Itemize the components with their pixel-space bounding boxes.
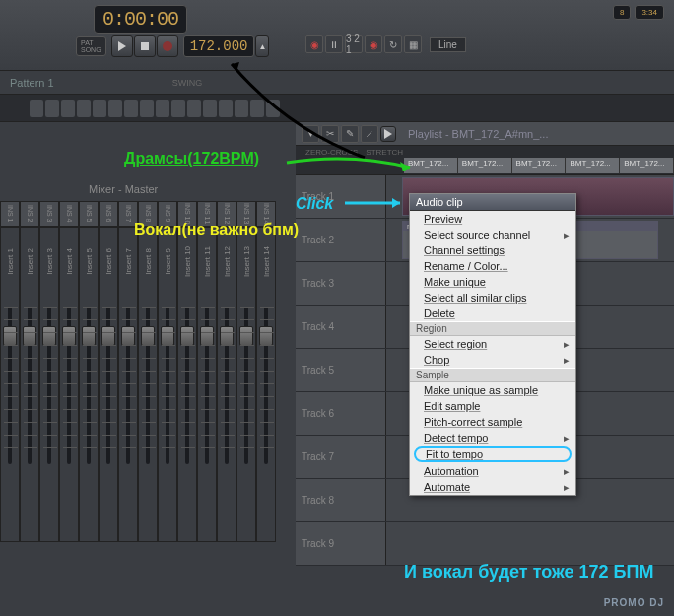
step-button[interactable] [61,100,75,117]
step-button[interactable] [108,100,122,117]
countdown-icon[interactable]: 3 2 1 [345,35,363,53]
mixer-channel[interactable]: Insert 2 [20,227,39,542]
clip-tab[interactable]: BMT_172... [404,158,458,173]
step-button[interactable] [203,100,217,117]
mixer-channel[interactable]: Insert 1 [0,227,20,542]
fader-handle[interactable] [161,326,174,346]
ctx-chop[interactable]: Chop [410,352,575,368]
pattern-label[interactable]: Pattern 1 [10,77,54,89]
track-header[interactable]: Track 3 [296,262,386,305]
fader-handle[interactable] [62,326,76,346]
mixer-tab[interactable]: INS 6 [99,201,118,227]
mixer-tab[interactable]: INS 14 [256,201,276,227]
track-content[interactable] [386,522,674,565]
mixer-tab[interactable]: INS 8 [138,201,158,227]
mixer-tab[interactable]: INS 12 [217,201,236,227]
pat-song-toggle[interactable]: PATSONG [76,36,106,56]
loop-icon[interactable]: ↻ [384,35,402,53]
tempo-display[interactable]: 172.000 [183,35,255,57]
record-button[interactable] [157,35,178,57]
pl-play-button[interactable] [380,126,396,142]
mixer-channel[interactable]: Insert 3 [39,227,59,542]
fader-handle[interactable] [82,326,96,346]
pl-menu-icon[interactable]: ▾ [302,125,319,143]
ctx-make-unique[interactable]: Make unique [410,274,575,290]
ctx-automation[interactable]: Automation [410,463,575,479]
mixer-channel[interactable]: Insert 14 [256,227,276,542]
step-button[interactable] [93,100,106,117]
fader-handle[interactable] [101,326,115,346]
fader-handle[interactable] [239,326,253,346]
mixer-tab[interactable]: INS 1 [0,201,20,227]
fader-handle[interactable] [259,326,273,346]
step-button[interactable] [187,100,201,117]
fader-handle[interactable] [23,326,36,346]
time-display[interactable]: 0:00:00 [94,5,187,34]
fader-handle[interactable] [121,326,135,346]
step-button[interactable] [219,100,233,117]
step-button[interactable] [140,100,154,117]
step-button[interactable] [77,100,91,117]
mixer-tab[interactable]: INS 13 [236,201,256,227]
mixer-channel[interactable]: Insert 4 [59,227,79,542]
step-button[interactable] [156,100,169,117]
mixer-tab[interactable]: INS 7 [118,201,138,227]
track-header[interactable]: Track 1 [296,175,386,218]
play-button[interactable] [111,35,133,57]
clip-tab[interactable]: BMT_172... [566,158,620,173]
stretch-toggle[interactable]: STRETCH [366,148,403,157]
track-header[interactable]: Track 6 [296,392,386,435]
pl-cut-icon[interactable]: ✂ [321,125,339,143]
track-header[interactable]: Track 8 [296,479,386,521]
metronome-icon[interactable]: ◉ [305,35,323,53]
track-header[interactable]: Track 2 [296,219,386,261]
ctx-edit-sample[interactable]: Edit sample [410,398,575,414]
ctx-select-source[interactable]: Select source channel [410,227,575,242]
step-button[interactable] [250,100,264,117]
step-button[interactable] [235,100,248,117]
mixer-tab[interactable]: INS 10 [177,201,197,227]
wait-icon[interactable]: ⏸ [325,35,343,53]
clip-tab[interactable]: BMT_172... [458,158,512,173]
pl-brush-icon[interactable]: ✎ [341,125,359,143]
clip-tab[interactable]: BMT_172... [512,158,567,173]
step-button[interactable] [124,100,138,117]
mixer-channel[interactable]: Insert 9 [158,227,177,542]
fader-handle[interactable] [220,326,234,346]
mixer-channel[interactable]: Insert 11 [197,227,217,542]
track-header[interactable]: Track 9 [296,522,386,565]
track-header[interactable]: Track 7 [296,436,386,478]
pl-slice-icon[interactable]: ⟋ [361,125,378,143]
step-button[interactable] [266,100,280,117]
fader-handle[interactable] [200,326,214,346]
mixer-tab[interactable]: INS 4 [59,201,79,227]
mixer-tab[interactable]: INS 3 [39,201,59,227]
overdub-icon[interactable]: ◉ [365,35,382,53]
mixer-channel[interactable]: Insert 6 [99,227,118,542]
ctx-detect-tempo[interactable]: Detect tempo [410,430,575,445]
mixer-channel[interactable]: Insert 8 [138,227,158,542]
ctx-make-unique-sample[interactable]: Make unique as sample [410,382,575,398]
fader-handle[interactable] [180,326,194,346]
ctx-automate[interactable]: Automate [410,479,575,495]
ctx-rename[interactable]: Rename / Color... [410,258,575,274]
ctx-preview[interactable]: Preview [410,211,575,227]
mixer-channel[interactable]: Insert 13 [236,227,256,542]
track-header[interactable]: Track 4 [296,306,386,348]
ctx-select-similar[interactable]: Select all similar clips [410,290,575,306]
ctx-fit-to-tempo[interactable]: Fit to tempo [414,446,572,462]
mixer-channel[interactable]: Insert 10 [177,227,197,542]
mixer-tab[interactable]: INS 9 [158,201,177,227]
step-button[interactable] [171,100,185,117]
ctx-channel-settings[interactable]: Channel settings [410,242,575,258]
step-button[interactable] [30,100,43,117]
mixer-channel[interactable]: Insert 5 [79,227,99,542]
stop-button[interactable] [134,35,156,57]
track-header[interactable]: Track 5 [296,349,386,391]
mixer-tab[interactable]: INS 2 [20,201,39,227]
mixer-channel[interactable]: Insert 12 [217,227,236,542]
step-button[interactable] [45,100,59,117]
pattern-up[interactable]: ▲ [255,35,269,57]
ctx-select-region[interactable]: Select region [410,336,575,352]
ctx-delete[interactable]: Delete [410,306,575,321]
